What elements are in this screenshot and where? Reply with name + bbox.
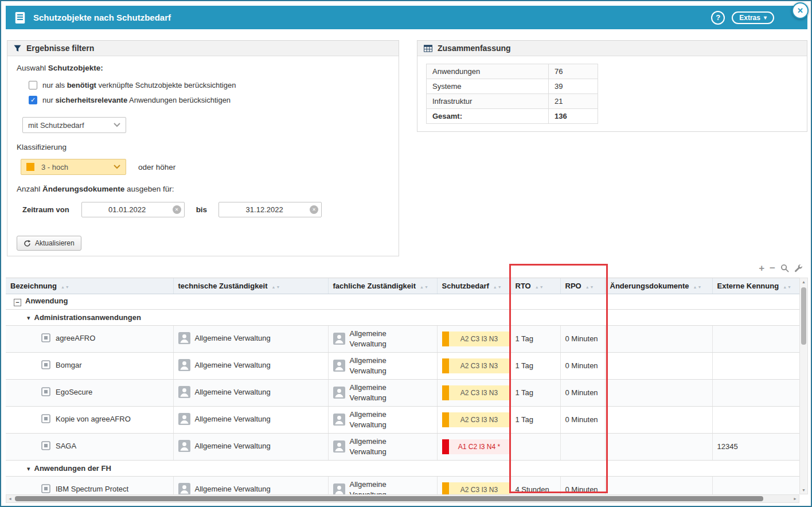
column-header-externe-kennung[interactable]: Externe Kennung▲▼ <box>712 278 799 294</box>
column-header-schutzbedarf[interactable]: Schutzbedarf▲▼ <box>437 278 510 294</box>
checkbox-row-sicherheitsrelevant: ✓ nur sicherheitsrelevante Anwendungen b… <box>29 96 231 104</box>
date-to-input[interactable] <box>218 202 322 217</box>
sort-icon[interactable]: ▲▼ <box>61 285 70 289</box>
klassifizierung-select[interactable]: 3 - hoch <box>21 159 126 175</box>
fachliche-zustaendigkeit-value: Allgemeine Verwaltung <box>350 436 405 457</box>
summary-row-value: 39 <box>549 79 598 94</box>
checkbox-row-benoetigt: ✓ nur als benötigt verknüpfte Schutzobje… <box>29 81 236 89</box>
clear-icon[interactable]: ✕ <box>173 205 181 214</box>
collapse-caret-icon[interactable]: ▾ <box>27 465 30 472</box>
klassifizierung-label: Klassifizierung <box>17 143 67 151</box>
fachliche-zustaendigkeit-value: Allgemeine Verwaltung <box>350 356 405 376</box>
fachliche-zustaendigkeit-value: Allgemeine Verwaltung <box>350 383 405 403</box>
horizontal-scrollbar-thumb[interactable] <box>15 496 763 501</box>
expand-all-button[interactable]: + <box>759 264 764 272</box>
help-button[interactable]: ? <box>711 11 725 25</box>
cell-rpo: 0 Minuten <box>560 379 605 406</box>
column-header-label: Änderungsdokumente <box>610 282 689 290</box>
schutzbedarf-color-strip <box>442 385 449 400</box>
group-row[interactable]: −Anwendung <box>6 294 799 309</box>
checkbox-sicherheitsrelevant-label: nur sicherheitsrelevante Anwendungen ber… <box>42 96 231 104</box>
person-icon <box>333 387 345 399</box>
column-header-technische-zustaendigkeit[interactable]: technische Zuständigkeit▲▼ <box>173 278 328 294</box>
scroll-right-icon[interactable]: ► <box>793 495 797 502</box>
close-button[interactable]: ✕ <box>792 2 809 19</box>
application-icon <box>41 360 50 369</box>
table-body: −Anwendung▾Administrationsanwendungenagr… <box>6 294 799 494</box>
oder-hoeher-label: oder höher <box>138 163 175 171</box>
column-header-bezeichnung[interactable]: Bezeichnung▲▼ <box>6 278 173 294</box>
person-icon <box>178 386 190 398</box>
chevron-down-icon <box>114 165 120 169</box>
date-from-input[interactable] <box>81 202 185 217</box>
collapse-all-button[interactable]: − <box>770 264 775 272</box>
schutzbedarf-value: A2 C3 I3 N3 <box>449 332 510 346</box>
table-row[interactable]: Kopie von agreeAFROAllgemeine Verwaltung… <box>6 406 799 433</box>
checkbox-sicherheitsrelevant[interactable]: ✓ <box>29 96 37 104</box>
subgroup-cell: ▾Administrationsanwendungen <box>6 309 799 325</box>
collapse-caret-icon[interactable]: ▾ <box>27 314 30 321</box>
page-title: Schutzobjekte nach Schutzbedarf <box>33 13 171 22</box>
cell-schutzbedarf: A2 C3 I3 N3 <box>437 476 510 494</box>
checkbox-benoetigt[interactable]: ✓ <box>29 81 37 89</box>
subgroup-row[interactable]: ▾Anwendungen der FH <box>6 460 799 476</box>
sort-icon[interactable]: ▲▼ <box>585 285 595 289</box>
table-row[interactable]: EgoSecureAllgemeine VerwaltungAllgemeine… <box>6 379 799 406</box>
cell-bezeichnung: EgoSecure <box>6 379 173 406</box>
technische-zustaendigkeit-value: Allgemeine Verwaltung <box>195 485 271 493</box>
person-icon <box>333 333 345 345</box>
vertical-scrollbar-thumb[interactable] <box>801 287 806 345</box>
table-row[interactable]: BomgarAllgemeine VerwaltungAllgemeine Ve… <box>6 352 799 379</box>
summary-panel: Zusammenfassung Anwendungen76Systeme39In… <box>417 40 807 132</box>
cell-externe-kennung: 12345 <box>712 433 799 460</box>
object-name: agreeAFRO <box>56 334 95 342</box>
table-row[interactable]: SAGAAllgemeine VerwaltungAllgemeine Verw… <box>6 433 799 460</box>
summary-row: Systeme39 <box>427 79 598 94</box>
table-row[interactable]: IBM Spectrum ProtectAllgemeine Verwaltun… <box>6 476 799 494</box>
summary-row-label: Systeme <box>427 79 549 94</box>
schutzbedarf-select-value: mit Schutzbedarf <box>28 121 84 130</box>
schutzbedarf-badge: A2 C3 I3 N3 <box>442 332 510 346</box>
vertical-scrollbar[interactable]: ▲ ▼ <box>799 278 808 494</box>
column-header-aenderungsdokumente[interactable]: Änderungsdokumente▲▼ <box>605 278 712 294</box>
collapse-icon[interactable]: − <box>14 299 21 306</box>
subgroup-row[interactable]: ▾Administrationsanwendungen <box>6 309 799 325</box>
column-header-rpo[interactable]: RPO▲▼ <box>560 278 605 294</box>
classification-color-swatch <box>26 163 34 171</box>
technische-zustaendigkeit-value: Allgemeine Verwaltung <box>195 361 271 369</box>
column-header-label: RTO <box>516 282 531 290</box>
cell-technische-zustaendigkeit: Allgemeine Verwaltung <box>173 325 328 352</box>
schutzbedarf-value: A2 C3 I3 N3 <box>449 385 510 400</box>
cell-rto <box>510 433 560 460</box>
sort-icon[interactable]: ▲▼ <box>783 285 792 289</box>
column-header-rto[interactable]: RTO▲▼ <box>510 278 560 294</box>
cell-rpo: 0 Minuten <box>560 476 605 494</box>
column-header-label: Schutzbedarf <box>442 282 489 290</box>
sort-icon[interactable]: ▲▼ <box>493 285 502 289</box>
search-button[interactable] <box>780 264 789 272</box>
sort-icon[interactable]: ▲▼ <box>272 285 281 289</box>
schutzbedarf-badge: A2 C3 I3 N3 <box>442 358 510 373</box>
scroll-left-icon[interactable]: ◄ <box>8 495 12 502</box>
extras-button[interactable]: Extras ▾ <box>732 11 774 24</box>
application-icon <box>41 414 50 423</box>
sort-icon[interactable]: ▲▼ <box>420 285 429 289</box>
results-table-wrap: Bezeichnung▲▼technische Zuständigkeit▲▼f… <box>6 278 799 494</box>
refresh-button[interactable]: Aktualisieren <box>17 236 81 251</box>
sort-icon[interactable]: ▲▼ <box>693 285 702 289</box>
cell-aenderungsdokumente <box>605 325 712 352</box>
sort-icon[interactable]: ▲▼ <box>535 285 544 289</box>
summary-panel-title: Zusammenfassung <box>438 44 511 53</box>
scroll-up-icon[interactable]: ▲ <box>800 280 807 284</box>
column-header-fachliche-zustaendigkeit[interactable]: fachliche Zuständigkeit▲▼ <box>328 278 437 294</box>
horizontal-scrollbar[interactable]: ◄ ► <box>6 494 799 503</box>
cell-bezeichnung: agreeAFRO <box>6 325 173 352</box>
table-row[interactable]: agreeAFROAllgemeine VerwaltungAllgemeine… <box>6 325 799 352</box>
filter-panel: Ergebnisse filtern Auswahl Schutzobjekte… <box>7 40 399 256</box>
scroll-down-icon[interactable]: ▼ <box>800 488 807 492</box>
schutzbedarf-color-strip <box>442 412 449 427</box>
schutzbedarf-select[interactable]: mit Schutzbedarf <box>22 117 126 133</box>
settings-button[interactable] <box>794 264 803 272</box>
group-cell: −Anwendung <box>6 294 799 309</box>
person-icon <box>178 332 190 344</box>
